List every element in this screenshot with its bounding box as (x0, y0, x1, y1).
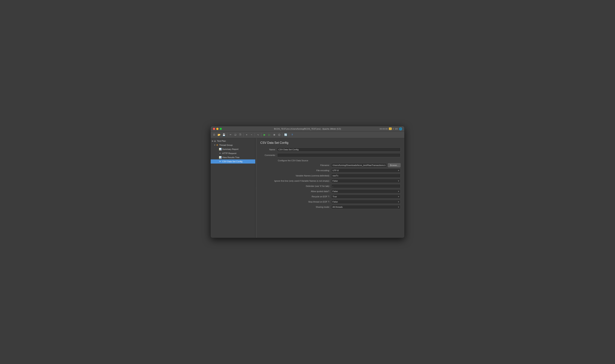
run-no-pause-icon: ▷ (268, 133, 270, 136)
main-content: ▶ 🗂 Test Plan ▼ ⚙ Thread Group 📊 Summary… (211, 138, 404, 238)
delimiter-row: Delimiter (use '\t' for tab): (260, 184, 401, 188)
filename-label: Filename: (260, 164, 331, 166)
allow-quoted-label: Allow quoted data?: (260, 190, 331, 193)
copy-icon: ❑ (234, 133, 236, 136)
delimiter-label: Delimiter (use '\t' for tab): (260, 185, 331, 187)
remove-icon: − (251, 133, 252, 136)
csv-config-icon: ✂ (219, 160, 221, 163)
stop-icon: ⏹ (273, 133, 276, 136)
sharing-mode-select[interactable]: All threads Current thread group Current… (331, 205, 401, 209)
delimiter-input[interactable] (331, 184, 401, 188)
reset-button[interactable]: 🔄 (284, 133, 288, 137)
comments-input[interactable] (277, 153, 401, 157)
main-window: BCOS_TEST.jmx (/Users/fuming/BCOS_TEST.j… (211, 126, 404, 238)
panel-title: CSV Data Set Config (260, 141, 401, 144)
file-encoding-label: File encoding: (260, 169, 331, 171)
filename-input[interactable] (331, 163, 387, 167)
sidebar: ▶ 🗂 Test Plan ▼ ⚙ Thread Group 📊 Summary… (211, 138, 255, 238)
reset-icon: 🔄 (284, 133, 287, 136)
sep4 (261, 133, 261, 136)
shutdown-icon: ⏻ (278, 133, 281, 136)
cut-button[interactable]: ✂ (228, 133, 232, 137)
filename-row: Filename: Browse... (260, 163, 401, 167)
ignore-first-line-label: Ignore first line (only used if Variable… (260, 180, 331, 182)
sep6 (289, 133, 289, 136)
cut-icon: ✂ (230, 133, 231, 136)
sidebar-item-thread-group[interactable]: ▼ ⚙ Thread Group (211, 143, 255, 147)
name-label: Name: (260, 148, 277, 151)
test-plan-label: Test Plan (217, 140, 226, 142)
allow-quoted-row: Allow quoted data?: False True ▼ (260, 189, 401, 193)
titlebar: BCOS_TEST.jmx (/Users/fuming/BCOS_TEST.j… (211, 126, 404, 131)
delimiter-value-wrap (331, 184, 401, 188)
help-button[interactable]: ? (290, 133, 294, 137)
minimize-button[interactable] (216, 128, 218, 130)
timer-label: 00:00:00 (380, 128, 388, 130)
summary-report-arrow (217, 148, 219, 150)
copy-button[interactable]: ❑ (233, 133, 237, 137)
stop-thread-eof-select[interactable]: False True (331, 200, 401, 204)
add-icon: + (246, 133, 247, 136)
open-button[interactable]: 📂 (217, 133, 221, 137)
comments-label: Comments: (260, 154, 277, 156)
allow-quoted-select[interactable]: False True (331, 189, 401, 193)
sidebar-item-summary-report[interactable]: 📊 Summary Report (211, 147, 255, 151)
test-plan-arrow: ▶ (211, 140, 214, 142)
summary-report-icon: 📊 (219, 148, 221, 151)
window-title: BCOS_TEST.jmx (/Users/fuming/BCOS_TEST.j… (274, 128, 341, 130)
add-button[interactable]: + (245, 133, 249, 137)
file-encoding-select[interactable]: UTF-8 (331, 169, 401, 172)
thread-group-label: Thread Group (219, 144, 233, 146)
run-button[interactable]: ▶ (263, 133, 267, 137)
sep2 (243, 133, 243, 136)
recycle-eof-select[interactable]: True False (331, 195, 401, 199)
clear-icon: ∿ (257, 134, 259, 136)
variable-names-label: Variable Names (comma-delimited): (260, 175, 331, 177)
paste-button[interactable]: ❒ (238, 133, 242, 137)
sidebar-item-view-results-tree[interactable]: 📊 View Results Tree (211, 155, 255, 159)
sep3 (255, 133, 255, 136)
remove-button[interactable]: − (250, 133, 254, 137)
ignore-first-line-value-wrap: False True ▼ (331, 179, 401, 183)
sidebar-item-http-request[interactable]: ✏ HTTP Request (211, 151, 255, 155)
warning-badge: ⚠ (389, 128, 392, 130)
thread-group-icon: ⚙ (216, 144, 218, 146)
csv-config-arrow (217, 160, 219, 163)
new-button[interactable]: 🗋 (212, 133, 216, 137)
stop-thread-eof-row: Stop thread on EOF ?: False True ▼ (260, 200, 401, 204)
maximize-button[interactable] (220, 128, 222, 130)
sep5 (282, 133, 282, 136)
save-icon: 💾 (222, 133, 225, 136)
variable-names-input[interactable] (331, 174, 401, 178)
sharing-mode-row: Sharing mode: All threads Current thread… (260, 205, 401, 209)
variable-names-row: Variable Names (comma-delimited): (260, 174, 401, 178)
summary-report-label: Summary Report (222, 148, 239, 150)
stop-button[interactable]: ⏹ (272, 133, 276, 137)
clear-button[interactable]: ∿ (256, 133, 260, 137)
csv-config-label: CSV Data Set Config (222, 160, 242, 163)
variable-names-value-wrap (331, 174, 401, 178)
ignore-first-line-row: Ignore first line (only used if Variable… (260, 179, 401, 183)
open-icon: 📂 (218, 133, 221, 136)
stop-thread-eof-value-wrap: False True ▼ (331, 200, 401, 204)
http-request-icon: ✏ (219, 152, 221, 155)
sidebar-item-csv-data-set-config[interactable]: ✂ CSV Data Set Config (211, 159, 255, 164)
titlebar-right: 00:00:00 ⚠ 0 0/0 🌐 (380, 127, 402, 130)
threads-label: 0/0 (395, 128, 398, 130)
save-button[interactable]: 💾 (222, 133, 226, 137)
sidebar-item-test-plan[interactable]: ▶ 🗂 Test Plan (211, 139, 255, 143)
view-results-label: View Results Tree (222, 156, 239, 158)
globe-icon: 🌐 (399, 127, 402, 130)
run-no-pause-button[interactable]: ▷ (267, 133, 271, 137)
close-button[interactable] (213, 128, 215, 130)
browse-button[interactable]: Browse... (388, 163, 401, 167)
name-input[interactable] (277, 147, 401, 152)
thread-group-arrow: ▼ (214, 144, 216, 146)
ignore-first-line-select[interactable]: False True (331, 179, 401, 183)
shutdown-button[interactable]: ⏻ (277, 133, 281, 137)
view-results-arrow (217, 156, 219, 158)
sharing-mode-label: Sharing mode: (260, 206, 331, 208)
toolbar: 🗋 📂 💾 ✂ ❑ ❒ + − ∿ ▶ (211, 131, 404, 138)
test-plan-icon: 🗂 (214, 140, 216, 142)
name-row: Name: (260, 147, 401, 152)
